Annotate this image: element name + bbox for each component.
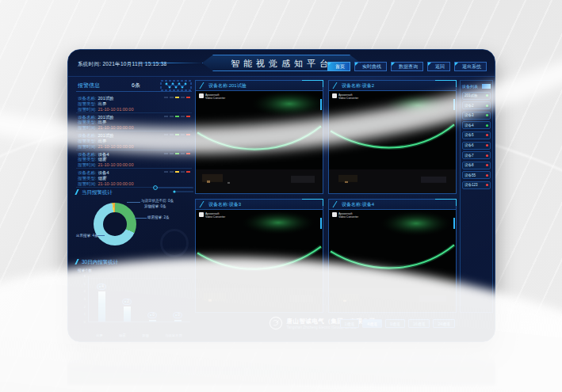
watermark-logo-icon <box>199 212 204 217</box>
dashboard-reflection: 唐山智诚电气（集团）有限公司 <box>67 344 495 385</box>
device-status-dot <box>486 144 488 147</box>
device-list-item[interactable]: 设备123 <box>462 181 491 189</box>
nav-data-query-button[interactable]: 数据查询 <box>391 62 423 71</box>
top-nav: 首页 实时曲线 数据查询 返回 退出系统 <box>327 62 487 71</box>
donut-hole <box>103 212 127 236</box>
bar <box>98 291 105 322</box>
video-panel-header: 设备名称:设备4 <box>329 200 456 210</box>
bar-column: 0 <box>143 276 162 322</box>
video-panel-1[interactable]: 设备名称:201试验 ApowersoftVideo Converter <box>195 80 323 194</box>
alarm-level-ticks <box>164 97 190 98</box>
circuit-decor-icon <box>151 185 195 194</box>
alarm-level-ticks <box>164 153 190 154</box>
alarm-level-ticks <box>164 171 190 173</box>
device-list-item[interactable]: 设备3 <box>462 112 491 120</box>
bar-value-badge: 0 <box>173 312 182 318</box>
device-list-item[interactable]: 设备7 <box>462 151 491 159</box>
device-status-dot <box>486 94 488 97</box>
device-status-dot <box>486 154 488 157</box>
video-panel-header: 设备名称:201试验 <box>196 81 323 91</box>
header-bar: 系统时间: 2021年10月11日 15:15:38 智能视觉感知平台 首页 实… <box>68 50 495 77</box>
dashboard-window: 系统时间: 2021年10月11日 15:15:38 智能视觉感知平台 首页 实… <box>67 49 495 342</box>
video-panel-2[interactable]: 设备名称:设备2 ApowersoftVideo Converter <box>328 80 457 194</box>
video-watermark: ApowersoftVideo Converter <box>332 212 358 219</box>
watermark-logo-icon <box>332 212 337 217</box>
channel-16-button[interactable]: 16通道 <box>408 319 430 328</box>
bar-column: 4 <box>92 276 111 322</box>
title-decor-line-left <box>117 63 203 63</box>
video-scrollbar[interactable] <box>320 99 322 110</box>
video-scrollbar[interactable] <box>320 218 322 229</box>
device-list-item[interactable]: 设备5 <box>462 131 491 139</box>
alarm-list-item[interactable]: 设备名称:201试验 报警类型:出界 报警时间:21-10-10 01:00:0… <box>76 94 192 113</box>
device-list-item[interactable]: 201试验 <box>462 92 491 100</box>
nav-back-button[interactable]: 返回 <box>427 62 450 71</box>
monthly-stats-title: 30日内报警统计 <box>76 259 192 266</box>
bar-column: 2 <box>117 276 136 322</box>
video-panel-4[interactable]: 设备名称:设备4 ApowersoftVideo Converter <box>328 199 457 313</box>
video-feed: ApowersoftVideo Converter <box>329 91 456 193</box>
alarm-list-item[interactable]: 设备名称:201试验 报警类型:出界 报警时间:21-10-10 00:00:0… <box>76 113 192 132</box>
video-panel-header: 设备名称:设备3 <box>196 200 323 210</box>
y-axis-ticks: 65 43 21 0 <box>79 275 86 324</box>
watermark-logo-icon <box>332 93 337 98</box>
device-list-item[interactable]: 设备55 <box>462 171 491 179</box>
device-list-tab[interactable] <box>482 84 491 89</box>
channel-1-button[interactable]: 1通道 <box>340 319 360 328</box>
donut-label: 出界报警: 4条 <box>76 234 98 238</box>
device-list-item[interactable]: 设备2 <box>462 101 491 109</box>
nav-home-button[interactable]: 首页 <box>327 62 350 71</box>
video-panel-header: 设备名称:设备2 <box>329 81 456 91</box>
device-list-panel: 设备列表 201试验 设备2 设备3 设备4 设备5 设备6 设备7 设备8 设… <box>460 80 493 313</box>
device-status-dot <box>486 174 488 177</box>
watermark-logo-icon <box>199 93 204 98</box>
alarm-panel-title: 报警信息 <box>78 82 100 89</box>
donut-chart <box>94 203 136 245</box>
bar-value-badge: 4 <box>97 284 106 290</box>
slash-decor-icon <box>333 82 341 89</box>
company-logo-icon <box>269 316 283 330</box>
bar <box>149 320 156 322</box>
device-status-dot <box>486 124 488 127</box>
nav-exit-button[interactable]: 退出系统 <box>454 62 487 71</box>
donut-label: 与设定状态不符: 0条 <box>141 199 174 203</box>
slash-decor-icon <box>333 201 341 207</box>
donut-label: 异物报警: 0条 <box>144 204 166 208</box>
channel-4-button[interactable]: 4通道 <box>362 319 382 328</box>
device-list-item[interactable]: 设备8 <box>462 162 491 169</box>
bar-chart-plot-area: 4 2 0 0 <box>88 276 190 322</box>
device-list-title: 设备列表 <box>462 84 478 89</box>
alarm-list-item[interactable]: 设备名称:设备4 报警类型:烟雾 报警时间:21-10-10 00:00:00 <box>76 150 192 169</box>
device-list-header: 设备列表 <box>462 82 491 89</box>
video-watermark: ApowersoftVideo Converter <box>332 93 358 100</box>
video-watermark: ApowersoftVideo Converter <box>199 93 225 100</box>
channel-24-button[interactable]: 24通道 <box>433 319 455 328</box>
bar-value-badge: 2 <box>122 299 132 305</box>
device-list-item[interactable]: 设备6 <box>462 142 491 150</box>
video-scrollbar[interactable] <box>453 218 455 229</box>
device-status-dot <box>486 105 488 107</box>
x-axis-labels: 出界烟雾 异物与设定不符 <box>88 333 190 337</box>
video-scrollbar[interactable] <box>453 99 455 110</box>
video-feed: ApowersoftVideo Converter <box>329 210 456 312</box>
channel-9-button[interactable]: 9通道 <box>385 319 405 328</box>
alarm-list: 设备名称:201试验 报警类型:出界 报警时间:21-10-10 01:00:0… <box>76 94 192 188</box>
nav-realtime-curve-button[interactable]: 实时曲线 <box>354 62 387 71</box>
alarm-count-badge: 6条 <box>132 82 140 89</box>
device-status-dot <box>486 164 488 166</box>
alarm-level-ticks <box>164 116 190 117</box>
bar-column: 0 <box>168 276 187 322</box>
alarm-level-ticks <box>164 134 190 135</box>
video-panel-3[interactable]: 设备名称:设备3 ApowersoftVideo Converter <box>195 199 323 313</box>
page-title: 智能视觉感知平台 <box>231 59 332 68</box>
bar-chart: 报警个数 65 43 21 0 4 2 0 <box>78 269 190 330</box>
today-alarm-stats-panel: 当日报警统计 与设定状态不符: 0条 异物报警: 0条 烟雾报警: 2条 出界报… <box>76 189 192 256</box>
alarm-list-item[interactable]: 设备名称:201试验 报警类型:出界 报警时间:21-10-10 00:00:0… <box>76 131 192 150</box>
watermark-logo-ghost <box>160 229 189 257</box>
device-list-item[interactable]: 设备4 <box>462 121 491 129</box>
device-status-dot <box>486 134 488 136</box>
donut-label: 烟雾报警: 2条 <box>147 215 170 219</box>
slash-decor-icon <box>200 201 208 207</box>
video-feed: ApowersoftVideo Converter <box>196 210 323 312</box>
channel-switcher: 1通道 4通道 9通道 16通道 24通道 <box>340 319 455 328</box>
